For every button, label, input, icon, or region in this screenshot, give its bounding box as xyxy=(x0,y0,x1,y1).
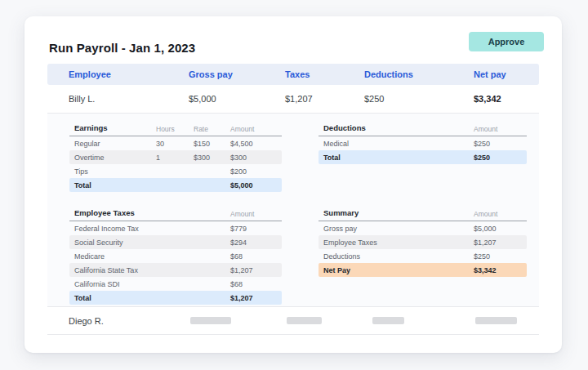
row-amount: $1,207 xyxy=(230,294,253,302)
table-row: California SDI $68 xyxy=(69,277,282,291)
table-row-total: Total $1,207 xyxy=(69,291,282,305)
payroll-card: Run Payroll - Jan 1, 2023 Approve Employ… xyxy=(24,16,562,353)
row-label: Gross pay xyxy=(323,225,357,233)
table-row: Regular 30 $150 $4,500 xyxy=(69,136,282,150)
row-amount: $68 xyxy=(230,280,243,288)
row-label: Regular xyxy=(74,140,100,148)
row-amount: $779 xyxy=(230,225,247,233)
row-label: Tips xyxy=(74,167,88,176)
row-amount: $4,500 xyxy=(230,140,253,148)
table-row: Employee Taxes $1,207 xyxy=(318,235,527,249)
deductions-header: Deductions Amount xyxy=(318,122,527,136)
row-amount: $1,207 xyxy=(230,266,253,274)
deductions-table: Deductions Amount Medical $250 Total $25… xyxy=(318,122,527,164)
table-row-net-pay: Net Pay $3,342 xyxy=(318,263,527,277)
table-row: Medical $250 xyxy=(318,136,527,150)
table-row: Deductions $250 xyxy=(318,249,527,263)
taxes-value: $1,207 xyxy=(285,85,313,113)
row-label: Medical xyxy=(323,140,349,148)
table-row-total: Total $250 xyxy=(318,150,527,164)
row-rate: $300 xyxy=(194,154,210,162)
earnings-table: Earnings Hours Rate Amount Regular 30 $1… xyxy=(69,122,282,192)
deductions-col-amount: Amount xyxy=(474,125,497,133)
skeleton-bar xyxy=(190,317,231,324)
employee-row-billy[interactable]: Billy L. $5,000 $1,207 $250 $3,342 xyxy=(47,85,539,113)
column-header-net-pay: Net pay xyxy=(474,64,506,85)
row-amount: $1,207 xyxy=(474,238,497,247)
table-row-total: Total $5,000 xyxy=(69,178,282,192)
column-header-gross-pay: Gross pay xyxy=(189,64,233,85)
page-title: Run Payroll - Jan 1, 2023 xyxy=(49,41,195,55)
row-amount: $200 xyxy=(230,167,247,176)
divider xyxy=(47,334,539,335)
employee-row-diego[interactable]: Diego R. xyxy=(47,307,539,334)
row-label: Net Pay xyxy=(323,266,350,274)
earnings-col-amount: Amount xyxy=(230,125,254,133)
summary-header: Summary Amount xyxy=(318,207,527,221)
deductions-title: Deductions xyxy=(323,123,366,132)
employee-detail-section: Earnings Hours Rate Amount Regular 30 $1… xyxy=(47,114,539,306)
column-header-deductions: Deductions xyxy=(364,64,413,85)
table-row: Medicare $68 xyxy=(69,249,282,263)
earnings-col-rate: Rate xyxy=(194,125,208,133)
table-row: Tips $200 xyxy=(69,164,282,178)
row-amount: $250 xyxy=(474,252,490,261)
approve-button[interactable]: Approve xyxy=(469,32,544,51)
table-row: Federal Income Tax $779 xyxy=(69,221,282,235)
row-amount: $300 xyxy=(230,154,247,162)
table-header-row: Employee Gross pay Taxes Deductions Net … xyxy=(47,64,539,85)
row-label: Medicare xyxy=(74,252,105,261)
row-label: Total xyxy=(74,181,91,189)
row-label: Total xyxy=(323,154,341,162)
row-hours: 1 xyxy=(156,154,160,162)
table-row: Social Security $294 xyxy=(69,235,282,249)
earnings-title: Earnings xyxy=(74,123,108,132)
earnings-col-hours: Hours xyxy=(156,125,175,133)
row-label: Total xyxy=(74,294,91,302)
skeleton-bar xyxy=(475,317,517,324)
table-row: California State Tax $1,207 xyxy=(69,263,282,277)
skeleton-bar xyxy=(287,317,322,324)
row-amount: $5,000 xyxy=(474,225,497,233)
row-label: Social Security xyxy=(74,238,123,247)
row-label: Overtime xyxy=(74,154,105,162)
row-amount: $68 xyxy=(230,252,243,261)
employee-taxes-title: Employee Taxes xyxy=(74,208,135,217)
row-label: Employee Taxes xyxy=(323,238,377,247)
deductions-value: $250 xyxy=(364,85,384,113)
column-header-employee: Employee xyxy=(69,64,111,85)
row-rate: $150 xyxy=(194,140,210,148)
row-amount: $294 xyxy=(230,238,247,247)
row-label: California State Tax xyxy=(74,266,138,274)
employee-name: Diego R. xyxy=(69,307,104,334)
summary-title: Summary xyxy=(323,208,359,217)
employee-taxes-header: Employee Taxes Amount xyxy=(69,207,282,221)
column-header-taxes: Taxes xyxy=(285,64,310,85)
employee-taxes-table: Employee Taxes Amount Federal Income Tax… xyxy=(69,207,282,305)
summary-col-amount: Amount xyxy=(474,210,497,218)
row-amount: $250 xyxy=(474,140,490,148)
gross-pay-value: $5,000 xyxy=(189,85,216,113)
row-amount: $5,000 xyxy=(230,181,253,189)
row-hours: 30 xyxy=(156,140,164,148)
row-label: Federal Income Tax xyxy=(74,225,139,233)
summary-table: Summary Amount Gross pay $5,000 Employee… xyxy=(318,207,527,277)
employee-taxes-col-amount: Amount xyxy=(230,210,254,218)
net-pay-value: $3,342 xyxy=(474,85,501,113)
table-row: Overtime 1 $300 $300 xyxy=(69,150,282,164)
employee-name: Billy L. xyxy=(69,85,95,113)
table-row: Gross pay $5,000 xyxy=(318,221,527,235)
row-label: California SDI xyxy=(74,280,120,288)
earnings-header: Earnings Hours Rate Amount xyxy=(69,122,282,136)
row-label: Deductions xyxy=(323,252,360,261)
skeleton-bar xyxy=(372,317,404,324)
row-amount: $3,342 xyxy=(474,266,497,274)
row-amount: $250 xyxy=(474,154,490,162)
